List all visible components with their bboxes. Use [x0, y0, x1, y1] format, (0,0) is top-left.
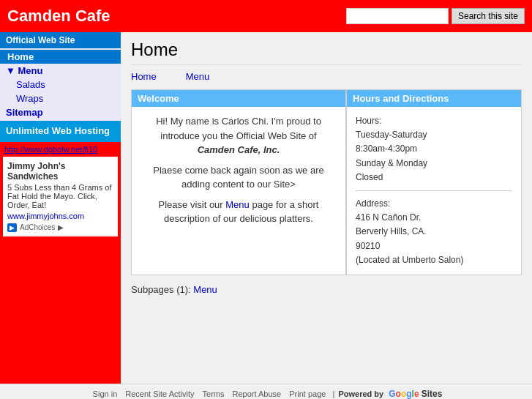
adchoices-arrow: ▶ — [58, 223, 64, 231]
footer-recent-activity[interactable]: Recent Site Activity — [125, 389, 194, 398]
sidebar-item-home[interactable]: Home — [0, 50, 121, 64]
sidebar-item-menu[interactable]: ▼ Menu — [0, 64, 121, 78]
address-content: Address: 416 N Cañon Dr. Berverly Hills,… — [356, 197, 512, 267]
welcome-menu-link[interactable]: Menu — [225, 199, 250, 210]
sidebar-ad-box: Jimmy John's Sandwiches 5 Subs Less than… — [3, 157, 118, 236]
footer-sign-in[interactable]: Sign in — [93, 389, 118, 398]
footer-separator: | — [332, 389, 334, 398]
hours-line1: Tuesday-Saturday — [356, 130, 427, 140]
page-title: Home — [131, 40, 522, 65]
search-input[interactable] — [346, 8, 449, 24]
breadcrumb: Home Menu — [131, 71, 522, 82]
hours-line3: Sunday & Monday — [356, 158, 427, 168]
search-area: Search this site — [346, 8, 525, 24]
site-title: Camden Cafe — [7, 7, 110, 26]
hours-line2: 8:30am-4:30pm — [356, 143, 417, 154]
sidebar: Official Web Site Home ▼ Menu Salads Wra… — [0, 32, 121, 384]
sidebar-section-header: Official Web Site — [0, 32, 121, 48]
google-sites-logo: Google Sites — [389, 389, 442, 398]
adchoices-icon: ▶ — [7, 223, 17, 232]
hours-header: Hours and Directions — [347, 90, 521, 107]
sidebar-ad-title: Jimmy John's Sandwiches — [7, 161, 113, 182]
sidebar-hosting-link[interactable]: Unlimited Web Hosting — [0, 121, 121, 142]
main-content: Home Home Menu Welcome Hi! My name is Ca… — [121, 32, 532, 384]
address-line2: Berverly Hills, CA. — [356, 226, 427, 236]
address-label: Address: — [356, 198, 390, 209]
welcome-para2: Plaese come back again soon as we are ad… — [142, 163, 335, 192]
footer-powered-by: Powered by Google Sites — [338, 389, 442, 398]
subpages-menu-link[interactable]: Menu — [193, 284, 217, 295]
breadcrumb-home[interactable]: Home — [131, 71, 157, 82]
subpages-label: Subpages (1): — [131, 284, 191, 295]
welcome-header: Welcome — [132, 90, 345, 107]
adchoices-bar: ▶ AdChoices ▶ — [7, 223, 113, 232]
footer-report-abuse[interactable]: Report Abuse — [233, 389, 282, 398]
header: Camden Cafe Search this site — [0, 0, 532, 32]
subpages-row: Subpages (1): Menu — [131, 284, 522, 295]
hours-label: Hours: — [356, 116, 381, 126]
sidebar-item-salads[interactable]: Salads — [0, 78, 121, 92]
sidebar-hosting-url[interactable]: http://www.dpbolw.net/fj10 — [4, 145, 97, 154]
sidebar-item-wraps[interactable]: Wraps — [0, 92, 121, 105]
adchoices-label: AdChoices — [20, 223, 55, 231]
sidebar-ad-description: 5 Subs Less than 4 Grams of Fat Hold the… — [7, 183, 113, 209]
footer-terms[interactable]: Terms — [203, 389, 225, 398]
arrow-icon: ▼ — [6, 65, 18, 76]
footer-print-page[interactable]: Print page — [289, 389, 326, 398]
hours-divider — [356, 190, 512, 191]
footer: Sign in Recent Site Activity Terms Repor… — [0, 384, 532, 399]
hours-line4: Closed — [356, 172, 383, 182]
hours-content: Hours: Tuesday-Saturday 8:30am-4:30pm Su… — [356, 114, 512, 184]
layout: Official Web Site Home ▼ Menu Salads Wra… — [0, 32, 532, 384]
welcome-para1: Hi! My name is Carlos Chi. I'm proud to … — [142, 114, 335, 157]
hours-box: Hours and Directions Hours: Tuesday-Satu… — [346, 89, 522, 275]
breadcrumb-menu[interactable]: Menu — [186, 71, 210, 82]
welcome-para3-prefix: Please visit our — [159, 199, 226, 210]
address-line1: 416 N Cañon Dr. — [356, 212, 421, 223]
content-grid: Welcome Hi! My name is Carlos Chi. I'm p… — [131, 89, 522, 275]
sidebar-item-sitemap[interactable]: Sitemap — [0, 105, 121, 119]
sidebar-ad-link[interactable]: www.jimmyjohns.com — [7, 212, 84, 220]
address-line3: 90210 — [356, 241, 380, 251]
powered-by-label: Powered by — [338, 389, 383, 398]
sidebar-nav: Home ▼ Menu Salads Wraps Sitemap — [0, 48, 121, 121]
welcome-para3: Please visit our Menu page for a short d… — [142, 198, 335, 226]
address-line4: (Located at Umberto Salon) — [356, 255, 463, 265]
search-button[interactable]: Search this site — [452, 8, 525, 24]
welcome-box: Welcome Hi! My name is Carlos Chi. I'm p… — [131, 89, 346, 275]
